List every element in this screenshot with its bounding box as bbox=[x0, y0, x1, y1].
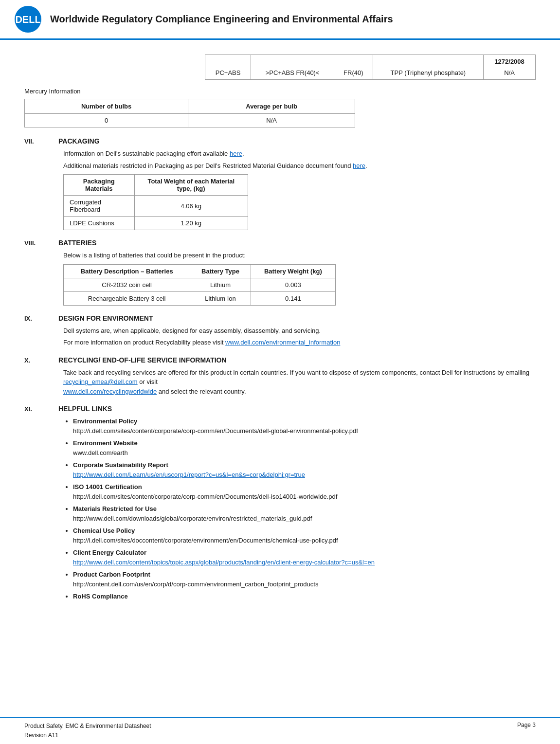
section-xi-num: XI. bbox=[24, 405, 44, 413]
energy-calc-url[interactable]: http://www.dell.com/content/topics/topic… bbox=[73, 558, 536, 567]
page-footer: Product Safety, EMC & Environmental Data… bbox=[0, 717, 560, 744]
section-vii-body: Information on Dell's sustainable packag… bbox=[24, 149, 536, 230]
section-ix-head: DESIGN FOR ENVIRONMENT bbox=[58, 314, 153, 322]
list-item-corp-report: Corporate Sustainability Report http://w… bbox=[73, 460, 536, 479]
packaging-link1[interactable]: here bbox=[230, 150, 242, 157]
design-link[interactable]: www.dell.com/environmental_information bbox=[225, 339, 340, 346]
bat-type-1: Lithium bbox=[190, 278, 251, 291]
carbon-url: http://content.dell.com/us/en/corp/d/cor… bbox=[73, 580, 536, 589]
bat-weight-2: 0.141 bbox=[251, 291, 335, 305]
pack-weight-2: 1.20 kg bbox=[134, 217, 248, 230]
list-item-rohs: RoHS Compliance bbox=[73, 592, 536, 601]
list-item-chemical: Chemical Use Policy http://i.dell.com/si… bbox=[73, 526, 536, 545]
section-ix-num: IX. bbox=[24, 315, 44, 322]
page-header: DELL Worldwide Regulatory Compliance Eng… bbox=[0, 0, 560, 40]
section-x-body: Take back and recycling services are off… bbox=[24, 368, 536, 397]
mat-col3: FR(40) bbox=[334, 66, 373, 80]
main-content: 1272/2008 PC+ABS >PC+ABS FR(40)< FR(40) … bbox=[0, 40, 560, 639]
section-xi-title: XI. HELPFUL LINKS bbox=[24, 405, 536, 413]
section-x-num: X. bbox=[24, 357, 44, 364]
mercury-bulbs: 0 bbox=[25, 114, 188, 127]
packaging-table: Packaging Materials Total Weight of each… bbox=[63, 174, 248, 230]
rohs-title: RoHS Compliance bbox=[73, 592, 536, 601]
section-ix-body: Dell systems are, when applicable, desig… bbox=[24, 326, 536, 347]
section-ix: IX. DESIGN FOR ENVIRONMENT Dell systems … bbox=[24, 314, 536, 347]
section-x-head: RECYCLING/ END-OF-LIFE SERVICE INFORMATI… bbox=[58, 356, 227, 364]
pack-header-1: Packaging Materials bbox=[64, 175, 135, 196]
footer-page: Page 3 bbox=[517, 722, 536, 728]
design-p2: For more information on product Recyclab… bbox=[63, 338, 536, 347]
chemical-url: http://i.dell.com/sites/doccontent/corpo… bbox=[73, 536, 536, 545]
pack-row-1: Corrugated Fiberboard 4.06 kg bbox=[64, 196, 248, 217]
section-xi-head: HELPFUL LINKS bbox=[58, 405, 112, 413]
mat-col1: PC+ABS bbox=[205, 66, 251, 80]
materials-title: Materials Restricted for Use bbox=[73, 504, 536, 514]
corp-report-url[interactable]: http://www.dell.com/Learn/us/en/uscorp1/… bbox=[73, 470, 536, 480]
list-item-energy-calc: Client Energy Calculator http://www.dell… bbox=[73, 548, 536, 567]
bat-type-2: Lithium Ion bbox=[190, 291, 251, 305]
section-viii-head: BATTERIES bbox=[58, 239, 96, 247]
pack-header-2: Total Weight of each Material type, (kg) bbox=[134, 175, 248, 196]
mat-col2: >PC+ABS FR(40)< bbox=[251, 66, 334, 80]
section-vii-title: VII. PACKAGING bbox=[24, 137, 536, 145]
section-viii-title: VIII. BATTERIES bbox=[24, 239, 536, 247]
env-policy-title: Environmental Policy bbox=[73, 417, 536, 426]
recycling-email-link[interactable]: recycling_emea@dell.com bbox=[63, 378, 138, 385]
carbon-title: Product Carbon Footprint bbox=[73, 570, 536, 580]
mercury-table: Number of bulbs Average per bulb 0 N/A bbox=[24, 99, 355, 127]
battery-table: Battery Description – Batteries Battery … bbox=[63, 264, 336, 306]
mercury-avg: N/A bbox=[188, 114, 355, 127]
dell-logo: DELL bbox=[15, 6, 41, 33]
mercury-row: 0 N/A bbox=[25, 114, 355, 127]
section-viii-num: VIII. bbox=[24, 239, 44, 247]
design-p1: Dell systems are, when applicable, desig… bbox=[63, 326, 536, 336]
pack-row-2: LDPE Cushions 1.20 kg bbox=[64, 217, 248, 230]
mercury-label: Mercury Information bbox=[24, 88, 536, 95]
section-xi-body: Environmental Policy http://i.dell.com/s… bbox=[24, 417, 536, 601]
year-header: 1272/2008 bbox=[484, 55, 536, 67]
env-policy-url: http://i.dell.com/sites/content/corporat… bbox=[73, 426, 536, 436]
section-vii-num: VII. bbox=[24, 138, 44, 145]
env-website-url: www.dell.com/earth bbox=[73, 448, 536, 458]
energy-calc-title: Client Energy Calculator bbox=[73, 548, 536, 558]
section-xi: XI. HELPFUL LINKS Environmental Policy h… bbox=[24, 405, 536, 601]
list-item-env-website: Environment Website www.dell.com/earth bbox=[73, 438, 536, 457]
materials-table: 1272/2008 PC+ABS >PC+ABS FR(40)< FR(40) … bbox=[205, 54, 536, 80]
list-item-env-policy: Environmental Policy http://i.dell.com/s… bbox=[73, 417, 536, 436]
section-x: X. RECYCLING/ END-OF-LIFE SERVICE INFORM… bbox=[24, 356, 536, 397]
batteries-intro: Below is a listing of batteries that cou… bbox=[63, 251, 536, 260]
helpful-links-list: Environmental Policy http://i.dell.com/s… bbox=[63, 417, 536, 601]
bat-header-1: Battery Description – Batteries bbox=[64, 264, 190, 278]
recycling-web-link[interactable]: www.dell.com/recyclingworldwide bbox=[63, 388, 157, 395]
mercury-header-1: Number of bulbs bbox=[25, 99, 188, 114]
svg-text:DELL: DELL bbox=[15, 14, 40, 25]
section-vii-head: PACKAGING bbox=[58, 137, 100, 145]
list-item-iso: ISO 14001 Certification http://i.dell.co… bbox=[73, 482, 536, 501]
section-viii: VIII. BATTERIES Below is a listing of ba… bbox=[24, 239, 536, 306]
mercury-header-2: Average per bulb bbox=[188, 99, 355, 114]
section-ix-title: IX. DESIGN FOR ENVIRONMENT bbox=[24, 314, 536, 322]
bat-row-1: CR-2032 coin cell Lithium 0.003 bbox=[64, 278, 336, 291]
corp-report-title: Corporate Sustainability Report bbox=[73, 460, 536, 470]
packaging-link2[interactable]: here bbox=[353, 162, 365, 169]
list-item-materials: Materials Restricted for Use http://www.… bbox=[73, 504, 536, 523]
chemical-title: Chemical Use Policy bbox=[73, 526, 536, 536]
bat-desc-1: CR-2032 coin cell bbox=[64, 278, 190, 291]
footer-right: Page 3 bbox=[517, 722, 536, 728]
packaging-p1: Information on Dell's sustainable packag… bbox=[63, 149, 536, 159]
bat-header-3: Battery Weight (kg) bbox=[251, 264, 335, 278]
footer-left: Product Safety, EMC & Environmental Data… bbox=[24, 722, 151, 740]
header-title: Worldwide Regulatory Compliance Engineer… bbox=[50, 14, 393, 25]
materials-url: http://www.dell.com/downloads/global/cor… bbox=[73, 514, 536, 524]
recycling-p: Take back and recycling services are off… bbox=[63, 368, 536, 397]
section-viii-body: Below is a listing of batteries that cou… bbox=[24, 251, 536, 306]
bat-weight-1: 0.003 bbox=[251, 278, 335, 291]
footer-line1: Product Safety, EMC & Environmental Data… bbox=[24, 722, 151, 731]
footer-line2: Revision A11 bbox=[24, 731, 151, 740]
pack-mat-1: Corrugated Fiberboard bbox=[64, 196, 135, 217]
pack-mat-2: LDPE Cushions bbox=[64, 217, 135, 230]
section-vii: VII. PACKAGING Information on Dell's sus… bbox=[24, 137, 536, 230]
mat-col4: TPP (Triphenyl phosphate) bbox=[373, 66, 484, 80]
pack-weight-1: 4.06 kg bbox=[134, 196, 248, 217]
list-item-carbon: Product Carbon Footprint http://content.… bbox=[73, 570, 536, 589]
